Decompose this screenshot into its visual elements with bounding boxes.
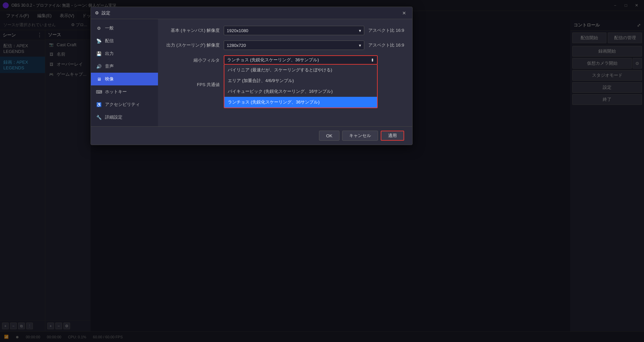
dialog-title-bar: ⚙ 設定 ✕	[91, 7, 412, 19]
nav-item-advanced[interactable]: 🔧 詳細設定	[91, 111, 158, 124]
dropdown-option-0[interactable]: バイリニア (最速だが、スケーリングするとぼやける)	[224, 65, 377, 75]
dialog-title: ⚙ 設定	[95, 10, 110, 16]
nav-item-streaming[interactable]: 📡 配信	[91, 35, 158, 47]
nav-item-general[interactable]: ⚙ 一般	[91, 22, 158, 35]
fps-label: FPS 共通値	[166, 82, 220, 88]
nav-icon-accessibility: ♿	[96, 102, 102, 107]
nav-icon-video: 🖥	[96, 76, 102, 82]
nav-item-accessibility[interactable]: ♿ アクセシビリティ	[91, 98, 158, 111]
nav-item-audio[interactable]: 🔊 音声	[91, 60, 158, 73]
base-aspect-label: アスペクト比 16:9	[368, 27, 404, 33]
dropdown-option-3[interactable]: ランチョス (先鋭化スケーリング、36サンプル)	[224, 97, 377, 108]
nav-item-hotkeys[interactable]: ⌨ ホットキー	[91, 85, 158, 98]
nav-icon-hotkeys: ⌨	[96, 89, 102, 94]
apply-button[interactable]: 適用	[381, 131, 404, 141]
cancel-button[interactable]: キャンセル	[342, 131, 378, 141]
dialog-footer: OK キャンセル 適用	[91, 126, 412, 145]
base-resolution-dropdown[interactable]: 1920x1080 ▾	[224, 26, 364, 35]
nav-icon-general: ⚙	[96, 25, 102, 31]
dialog-body: ⚙ 一般 📡 配信 💾 出力 🔊 音声	[91, 19, 412, 126]
downscale-filter-dropdown-list: バイリニア (最速だが、スケーリングするとぼやける) エリア (加重合計、4/6…	[224, 65, 378, 108]
dropdown-arrow-filter: ⬍	[371, 58, 374, 63]
nav-item-video[interactable]: 🖥 映像	[91, 73, 158, 85]
obs-main-window: OBS 30.0.2 - プロファイル: 無題 - シーン: 個人ゲーム実況 －…	[0, 0, 644, 342]
output-resolution-dropdown[interactable]: 1280x720 ▾	[224, 41, 364, 50]
dropdown-arrow-output: ▾	[359, 43, 361, 48]
output-aspect-label: アスペクト比 16:9	[368, 42, 404, 48]
base-resolution-label: 基本 (キャンバス) 解像度	[166, 27, 220, 33]
output-resolution-row: 出力 (スケーリング) 解像度 1280x720 ▾ アスペクト比 16:9	[166, 41, 404, 50]
dialog-content: 基本 (キャンバス) 解像度 1920x1080 ▾ アスペクト比 16:9 出…	[158, 19, 412, 126]
dialog-close-button[interactable]: ✕	[400, 9, 408, 17]
nav-icon-streaming: 📡	[96, 38, 102, 44]
downscale-filter-row: 縮小フィルタ ランチョス (先鋭化スケーリング、36サンプル) ⬍ バイリニア …	[166, 55, 404, 65]
nav-icon-output: 💾	[96, 51, 102, 56]
dialog-sidebar: ⚙ 一般 📡 配信 💾 出力 🔊 音声	[91, 19, 158, 126]
downscale-filter-container: ランチョス (先鋭化スケーリング、36サンプル) ⬍ バイリニア (最速だが、ス…	[224, 55, 378, 65]
nav-item-output[interactable]: 💾 出力	[91, 47, 158, 60]
downscale-filter-trigger[interactable]: ランチョス (先鋭化スケーリング、36サンプル) ⬍	[224, 55, 378, 65]
settings-gear-icon: ⚙	[95, 10, 99, 15]
dropdown-arrow-base: ▾	[359, 28, 361, 33]
downscale-filter-label: 縮小フィルタ	[166, 55, 220, 63]
dialog-overlay: ⚙ 設定 ✕ ⚙ 一般 📡 配信 💾	[0, 0, 644, 342]
dropdown-option-1[interactable]: エリア (加重合計、4/6/9サンプル)	[224, 75, 377, 86]
nav-icon-advanced: 🔧	[96, 115, 102, 120]
output-resolution-label: 出力 (スケーリング) 解像度	[166, 42, 220, 48]
nav-icon-audio: 🔊	[96, 64, 102, 69]
dropdown-option-2[interactable]: バイキュービック (先鋭化スケーリング、16サンプル)	[224, 86, 377, 97]
base-resolution-row: 基本 (キャンバス) 解像度 1920x1080 ▾ アスペクト比 16:9	[166, 26, 404, 35]
settings-dialog: ⚙ 設定 ✕ ⚙ 一般 📡 配信 💾	[91, 7, 413, 145]
ok-button[interactable]: OK	[319, 131, 339, 141]
